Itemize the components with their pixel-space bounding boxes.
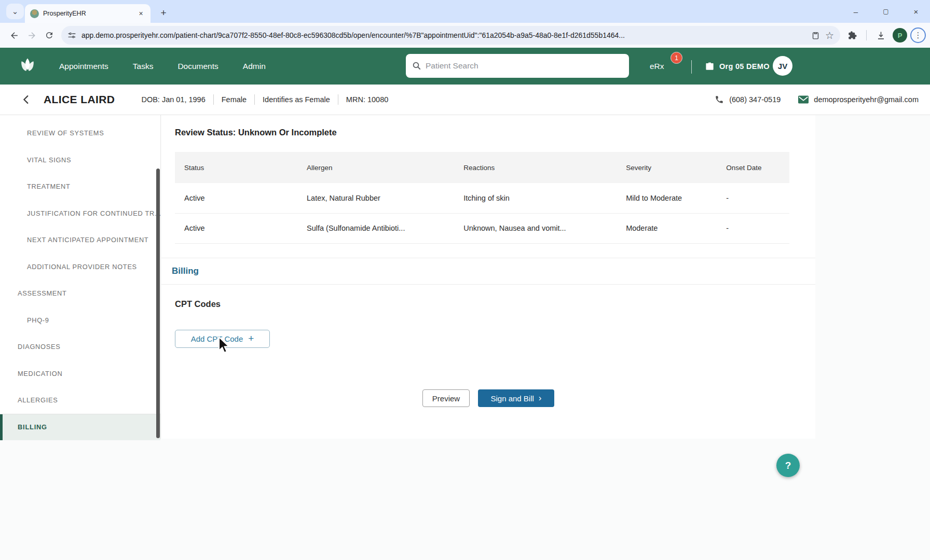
chevron-right-icon: › (539, 393, 542, 403)
column-header-reactions: Reactions (454, 152, 617, 183)
add-cpt-code-button[interactable]: Add CPT Code + (175, 330, 270, 348)
new-tab-button[interactable]: + (157, 6, 170, 20)
patient-email[interactable]: demoprosperityehr@gmail.com (814, 95, 919, 104)
sign-and-bill-label: Sign and Bill (490, 394, 534, 403)
profile-avatar[interactable]: P (893, 28, 907, 43)
maximize-button[interactable]: ▢ (877, 3, 895, 20)
nav-item-documents[interactable]: Documents (177, 62, 218, 71)
patient-search-input[interactable] (426, 61, 623, 71)
url-bar[interactable]: app.demo.prosperityehr.com/patient-chart… (61, 26, 840, 45)
menu-dots-icon[interactable]: ⋮ (910, 27, 926, 43)
mail-icon (798, 95, 809, 104)
cell-reactions: Itching of skin (454, 183, 617, 213)
erx-label: eRx (650, 62, 664, 71)
extensions-icon[interactable] (843, 26, 861, 44)
allergy-table: Status Allergen Reactions Severity Onset… (175, 152, 789, 244)
sidebar-item-label: DIAGNOSES (18, 343, 60, 351)
nav-item-admin[interactable]: Admin (243, 62, 266, 71)
nav-item-tasks[interactable]: Tasks (133, 62, 154, 71)
sidebar-item-label: JUSTIFICATION FOR CONTINUED TR... (27, 209, 161, 217)
star-icon[interactable]: ☆ (825, 30, 834, 41)
patient-mrn: MRN: 10080 (338, 95, 396, 104)
cell-reactions: Unknown, Nausea and vomit... (454, 213, 617, 243)
table-row[interactable]: Active Sulfa (Sulfonamide Antibioti... U… (175, 213, 789, 243)
patient-name: ALICE LAIRD (44, 93, 115, 106)
site-favicon-icon (30, 9, 39, 18)
reload-icon[interactable] (40, 26, 58, 44)
column-header-allergen: Allergen (297, 152, 454, 183)
back-chevron-icon[interactable] (21, 94, 32, 105)
browser-tab[interactable]: ProsperityEHR × (25, 4, 151, 23)
table-header-row: Status Allergen Reactions Severity Onset… (175, 152, 789, 183)
url-text[interactable]: app.demo.prosperityehr.com/patient-chart… (81, 31, 806, 39)
cell-status: Active (175, 183, 297, 213)
sidebar-item-label: ALLERGIES (18, 396, 58, 404)
close-button[interactable]: × (907, 3, 925, 20)
sidebar-item-vital-signs[interactable]: VITAL SIGNS (0, 147, 160, 174)
table-row[interactable]: Active Latex, Natural Rubber Itching of … (175, 183, 789, 213)
billing-heading: Billing (172, 266, 199, 276)
cell-onset-date: - (717, 183, 789, 213)
tab-search-button[interactable]: ⌄ (6, 4, 24, 19)
add-cpt-code-label: Add CPT Code (191, 334, 243, 343)
browser-window: ⌄ ProsperityEHR × + – ▢ × (0, 0, 930, 560)
toolbar-divider (866, 30, 867, 40)
sidebar-item-justification[interactable]: JUSTIFICATION FOR CONTINUED TR... (0, 200, 160, 227)
chevron-down-icon: ⌄ (12, 7, 19, 16)
briefcase-icon (705, 61, 715, 71)
patient-dob: DOB: Jan 01, 1996 (133, 95, 213, 104)
sidebar-scrollbar[interactable] (156, 169, 160, 438)
sidebar-item-label: NEXT ANTICIPATED APPOINTMENT (27, 236, 148, 244)
erx-button[interactable]: eRx 1 (650, 48, 664, 85)
minimize-button[interactable]: – (847, 3, 865, 20)
sidebar-item-allergies[interactable]: ALLERGIES (0, 387, 160, 414)
site-info-icon[interactable] (67, 31, 76, 40)
browser-toolbar: app.demo.prosperityehr.com/patient-chart… (0, 23, 930, 48)
org-label: Org 05 DEMO (719, 62, 770, 71)
sidebar-item-label: ASSESSMENT (18, 289, 66, 297)
app-menu: Appointments Tasks Documents Admin (59, 62, 266, 71)
back-icon[interactable] (5, 26, 23, 44)
sidebar-item-label: ADDITIONAL PROVIDER NOTES (27, 263, 137, 271)
encounter-sidebar: REVIEW OF SYSTEMS VITAL SIGNS TREATMENT … (0, 115, 161, 439)
sidebar-item-next-anticipated-appointment[interactable]: NEXT ANTICIPATED APPOINTMENT (0, 227, 160, 254)
encounter-main-panel: Review Status: Unknown Or Incomplete Sta… (161, 115, 815, 439)
sidebar-item-billing[interactable]: BILLING (0, 414, 160, 441)
cell-severity: Mild to Moderate (617, 183, 717, 213)
preview-button[interactable]: Preview (422, 389, 470, 407)
cpt-codes-heading: CPT Codes (175, 299, 221, 309)
org-selector[interactable]: Org 05 DEMO (705, 48, 770, 85)
download-icon[interactable] (872, 26, 890, 44)
sidebar-item-medication[interactable]: MEDICATION (0, 360, 160, 387)
sidebar-item-treatment[interactable]: TREATMENT (0, 173, 160, 200)
help-button[interactable]: ? (776, 454, 800, 477)
page-body: REVIEW OF SYSTEMS VITAL SIGNS TREATMENT … (0, 115, 930, 560)
phone-icon (715, 95, 724, 104)
tab-title: ProsperityEHR (43, 10, 132, 17)
review-status-heading: Review Status: Unknown Or Incomplete (175, 128, 337, 137)
toolbar-right: P ⋮ (843, 26, 930, 44)
tab-close-icon[interactable]: × (136, 9, 145, 18)
column-header-severity: Severity (617, 152, 717, 183)
forward-icon[interactable] (23, 26, 40, 44)
sign-and-bill-button[interactable]: Sign and Bill › (478, 389, 554, 407)
patient-phone[interactable]: (608) 347-0519 (729, 95, 781, 104)
sidebar-item-phq-9[interactable]: PHQ-9 (0, 307, 160, 334)
billing-section-header: Billing (161, 258, 815, 285)
cell-allergen: Latex, Natural Rubber (297, 183, 454, 213)
user-avatar[interactable]: JV (773, 56, 792, 76)
lotus-logo-icon (16, 53, 39, 79)
patient-search-box[interactable] (406, 54, 629, 78)
sidebar-item-additional-provider-notes[interactable]: ADDITIONAL PROVIDER NOTES (0, 254, 160, 281)
sidebar-item-assessment[interactable]: ASSESSMENT (0, 280, 160, 307)
cell-allergen: Sulfa (Sulfonamide Antibioti... (297, 213, 454, 243)
nav-divider (691, 60, 692, 74)
browser-titlebar: ⌄ ProsperityEHR × + – ▢ × (0, 0, 930, 23)
column-header-status: Status (175, 152, 297, 183)
sidebar-item-review-of-systems[interactable]: REVIEW OF SYSTEMS (0, 120, 160, 147)
erx-badge: 1 (671, 52, 682, 64)
clipboard-icon[interactable] (811, 31, 820, 40)
cell-severity: Moderate (617, 213, 717, 243)
sidebar-item-diagnoses[interactable]: DIAGNOSES (0, 333, 160, 360)
nav-item-appointments[interactable]: Appointments (59, 62, 108, 71)
